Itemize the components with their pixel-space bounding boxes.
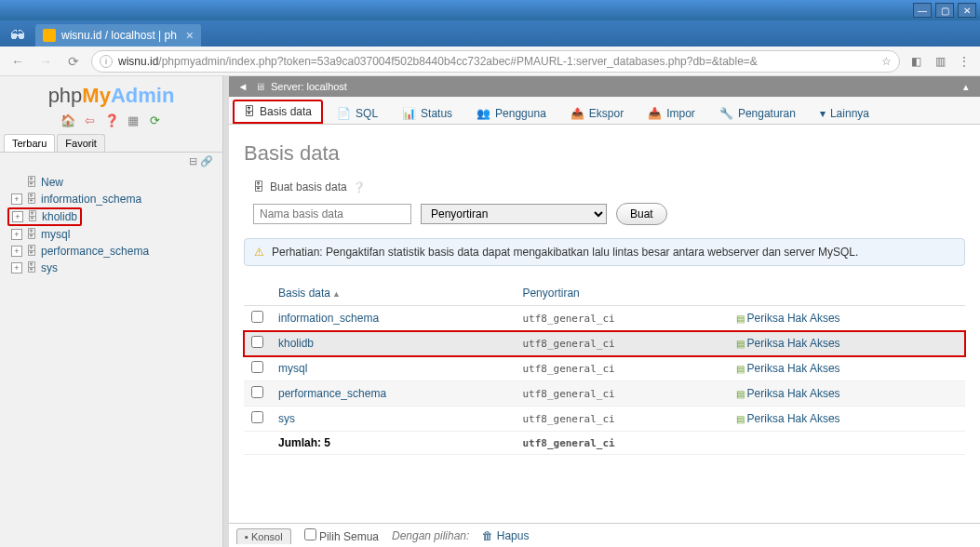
collapse-up-icon[interactable]: ▴ — [960, 81, 973, 93]
row-checkbox[interactable] — [251, 361, 263, 373]
address-field[interactable]: i wisnu.id/phpmyadmin/index.php?token=53… — [91, 50, 900, 73]
table-row-highlighted[interactable]: kholidb utf8_general_ci ▤Periksa Hak Aks… — [244, 331, 965, 356]
delete-link[interactable]: 🗑 Hapus — [482, 529, 529, 542]
tree-new[interactable]: 🗄 New — [7, 174, 222, 191]
tab-users[interactable]: 👥Pengguna — [466, 102, 557, 124]
row-checkbox[interactable] — [251, 411, 263, 423]
table-row[interactable]: sys utf8_general_ci ▤Periksa Hak Akses — [244, 407, 965, 432]
priv-link[interactable]: Periksa Hak Akses — [747, 387, 840, 400]
sql-icon[interactable]: ▦ — [126, 113, 141, 128]
expand-icon[interactable]: + — [12, 211, 23, 222]
logo-my: My — [82, 84, 111, 107]
priv-link[interactable]: Periksa Hak Akses — [747, 312, 840, 325]
db-link[interactable]: performance_schema — [278, 387, 386, 400]
tab-settings[interactable]: 🔧Pengaturan — [709, 102, 806, 124]
menu-icon[interactable]: ⋮ — [956, 53, 973, 70]
priv-icon: ▤ — [736, 314, 745, 324]
forward-button[interactable]: → — [35, 51, 56, 72]
tree-item[interactable]: + 🗄 performance_schema — [7, 243, 222, 260]
extension-icon-1[interactable]: ◧ — [907, 53, 924, 70]
tab-status[interactable]: 📊Status — [392, 102, 463, 124]
logout-icon[interactable]: ⇦ — [82, 113, 97, 128]
col-sort[interactable]: Penyortiran — [515, 281, 728, 306]
db-link[interactable]: sys — [278, 412, 295, 425]
db-link[interactable]: information_schema — [278, 312, 379, 325]
site-info-icon[interactable]: i — [100, 55, 113, 68]
home-icon[interactable]: 🏠 — [60, 113, 75, 128]
db-link[interactable]: kholidb — [278, 337, 314, 350]
tree-item[interactable]: + 🗄 sys — [7, 260, 222, 276]
tab-sql[interactable]: 📄SQL — [327, 102, 388, 124]
collapse-left-icon[interactable]: ◄ — [236, 81, 249, 92]
nav-tabs: 🗄Basis data 📄SQL 📊Status 👥Pengguna 📤Eksp… — [229, 97, 980, 125]
tree-item[interactable]: + 🗄 mysql — [7, 226, 222, 243]
tree-label: kholidb — [42, 210, 77, 223]
sidebar-tab-favorite[interactable]: Favorit — [57, 134, 105, 152]
select-all[interactable]: Pilih Semua — [304, 528, 379, 543]
table-row[interactable]: performance_schema utf8_general_ci ▤Peri… — [244, 381, 965, 407]
select-all-checkbox[interactable] — [304, 528, 316, 540]
link-icon[interactable]: 🔗 — [200, 155, 213, 167]
tab-export[interactable]: 📤Ekspor — [560, 102, 634, 124]
tree-label: information_schema — [41, 193, 141, 206]
server-label[interactable]: Server: localhost — [271, 81, 347, 92]
row-checkbox[interactable] — [251, 311, 263, 323]
table-total-row: Jumlah: 5 utf8_general_ci — [244, 432, 965, 455]
priv-link[interactable]: Periksa Hak Akses — [747, 362, 840, 375]
tab-close-icon[interactable]: × — [186, 28, 194, 43]
pma-logo[interactable]: phpMyAdmin — [0, 76, 222, 112]
row-checkbox[interactable] — [251, 386, 263, 398]
docs-icon[interactable]: ❓ — [104, 113, 119, 128]
tab-import[interactable]: 📥Impor — [638, 102, 705, 124]
priv-icon: ▤ — [736, 339, 745, 349]
create-db-form: Penyortiran Buat — [253, 203, 965, 225]
db-link[interactable]: mysql — [278, 362, 307, 375]
sidebar: phpMyAdmin 🏠 ⇦ ❓ ▦ ⟳ Terbaru Favorit ⊟ 🔗… — [0, 76, 223, 547]
create-button[interactable]: Buat — [616, 203, 667, 225]
sidebar-tab-recent[interactable]: Terbaru — [4, 134, 55, 152]
reload-icon[interactable]: ⟳ — [147, 113, 162, 128]
col-database[interactable]: Basis data▲ — [271, 281, 515, 306]
users-icon: 👥 — [477, 107, 490, 120]
priv-icon: ▤ — [736, 414, 745, 424]
table-row[interactable]: mysql utf8_general_ci ▤Periksa Hak Akses — [244, 356, 965, 381]
address-bar-row: ← → ⟳ i wisnu.id/phpmyadmin/index.php?to… — [0, 47, 980, 76]
tab-databases[interactable]: 🗄Basis data — [233, 100, 323, 124]
collapse-icon[interactable]: ⊟ — [189, 155, 197, 167]
breadcrumb-bar: ◄ 🖥 Server: localhost ▴ — [229, 76, 980, 97]
database-table: Basis data▲ Penyortiran information_sche… — [244, 281, 965, 455]
tab-more[interactable]: ▾Lainnya — [810, 102, 879, 124]
console-tab[interactable]: ▪ Konsol — [236, 528, 291, 544]
extension-icon-2[interactable]: ▥ — [932, 53, 948, 70]
reload-button[interactable]: ⟳ — [63, 51, 84, 72]
new-db-icon: 🗄 — [26, 176, 37, 189]
row-checkbox[interactable] — [251, 336, 263, 348]
help-icon[interactable]: ❔ — [353, 181, 366, 193]
db-icon: 🗄 — [26, 228, 37, 241]
browser-tab[interactable]: wisnu.id / localhost | ph × — [35, 24, 201, 47]
table-body: information_schema utf8_general_ci ▤Peri… — [244, 306, 965, 455]
back-button[interactable]: ← — [7, 51, 28, 72]
tree-label: performance_schema — [41, 245, 149, 258]
settings-icon: 🔧 — [719, 107, 733, 120]
sidebar-quick-icons: 🏠 ⇦ ❓ ▦ ⟳ — [0, 112, 222, 134]
window-titlebar: — ▢ ✕ — [0, 0, 980, 20]
with-selected-label: Dengan pilihan: — [392, 529, 469, 542]
expand-icon[interactable]: + — [11, 262, 22, 274]
close-button[interactable]: ✕ — [958, 3, 976, 18]
minimize-button[interactable]: — — [913, 3, 932, 18]
expand-icon[interactable]: + — [11, 229, 22, 240]
priv-link[interactable]: Periksa Hak Akses — [747, 337, 840, 350]
expand-icon[interactable]: + — [11, 193, 22, 205]
tree-item-highlighted[interactable]: + 🗄 kholidb — [7, 207, 82, 226]
table-row[interactable]: information_schema utf8_general_ci ▤Peri… — [244, 306, 965, 331]
tree-label: sys — [41, 261, 58, 274]
expand-icon[interactable]: + — [11, 246, 22, 257]
db-name-input[interactable] — [253, 204, 411, 224]
app: phpMyAdmin 🏠 ⇦ ❓ ▦ ⟳ Terbaru Favorit ⊟ 🔗… — [0, 76, 980, 547]
collation-select[interactable]: Penyortiran — [421, 204, 607, 224]
tree-item[interactable]: + 🗄 information_schema — [7, 191, 222, 207]
maximize-button[interactable]: ▢ — [935, 3, 954, 18]
bookmark-star-icon[interactable]: ☆ — [881, 55, 892, 68]
priv-link[interactable]: Periksa Hak Akses — [747, 412, 840, 425]
